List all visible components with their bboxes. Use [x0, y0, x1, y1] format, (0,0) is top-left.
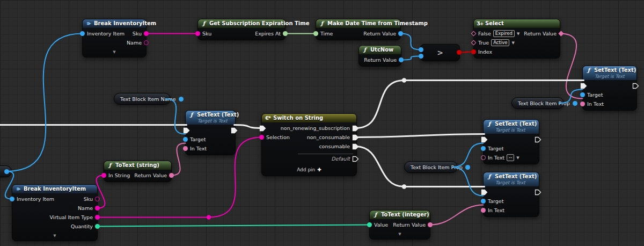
exec-pin[interactable] [580, 83, 587, 89]
node-row [583, 81, 636, 90]
sku-pin[interactable] [144, 31, 149, 36]
inventory-item-pin[interactable] [10, 197, 14, 201]
blueprint-graph-canvas[interactable]: ⋔Break InventoryItemInventory ItemSkuNam… [0, 0, 644, 246]
target-pin[interactable] [481, 199, 486, 204]
break_top[interactable]: ⋔Break InventoryItemInventory ItemSkuNam… [82, 19, 147, 57]
target-pin[interactable] [580, 92, 585, 97]
return-value-pin[interactable] [398, 31, 403, 36]
exec-pin[interactable] [352, 125, 359, 132]
exec-pin[interactable] [231, 127, 238, 134]
result-pin[interactable] [457, 50, 462, 55]
exec-pin[interactable] [352, 134, 359, 141]
exec-pin[interactable] [481, 189, 488, 196]
return-value-pin[interactable] [559, 31, 564, 37]
node-header[interactable]: ƒSetText (Text)Target is Text [186, 111, 235, 125]
virtual-item-type-pin[interactable] [95, 215, 100, 220]
node-header[interactable]: ƒMake Date Time from Timestamp [316, 19, 400, 28]
reroute-node[interactable] [207, 215, 211, 219]
wire-object [453, 167, 484, 196]
reroute-node[interactable] [402, 184, 406, 189]
exec-pin[interactable] [352, 156, 359, 162]
node-title: ToText (integer) [381, 212, 429, 218]
target-pin[interactable] [183, 137, 188, 142]
collapse-arrow-icon[interactable]: ▼ [12, 233, 97, 241]
switch[interactable]: Є*Switch on Stringnon_renewing_subscript… [261, 113, 357, 176]
operand-pin[interactable] [419, 54, 423, 59]
return-value-pin[interactable] [399, 57, 404, 62]
sku-pin[interactable] [195, 31, 200, 36]
break_bot[interactable]: ⋔Break InventoryItemInventory ItemSkuNam… [12, 184, 98, 241]
settext_br[interactable]: ƒSetText (Text)Target is TextTargetIn Te… [483, 172, 539, 217]
index-pin[interactable] [471, 49, 476, 54]
reroute-node[interactable] [402, 78, 406, 82]
node-header[interactable]: ƒSetText (Text)Target is Text [583, 66, 636, 80]
in-text-pin[interactable] [580, 102, 585, 106]
true-pin[interactable] [471, 40, 477, 46]
node-header[interactable]: ⋔Break InventoryItem [83, 19, 146, 28]
return-value-pin[interactable] [169, 173, 174, 178]
pill_prop2[interactable]: Text Block Item Prop [511, 97, 564, 109]
exec-pin[interactable] [535, 136, 541, 143]
time-pin[interactable] [313, 31, 318, 36]
makedt[interactable]: ƒMake Date Time from TimestampTimeReturn… [316, 19, 401, 40]
gt[interactable]: > [420, 44, 460, 61]
dropdown-arrow-icon[interactable]: ▼ [516, 156, 519, 160]
collapse-arrow-icon[interactable]: ▼ [370, 231, 430, 239]
value-widget[interactable]: -- [507, 154, 514, 161]
settext_mr[interactable]: ƒSetText (Text)Target is TextTargetIn Te… [483, 119, 539, 164]
node-header[interactable]: ƒSetText (Text)Target is Text [484, 120, 539, 134]
node-header[interactable]: Є*Switch on String [262, 114, 356, 122]
variable-output-pin[interactable] [465, 165, 470, 170]
variable-output-pin[interactable] [179, 97, 184, 102]
pill_edge[interactable] [0, 165, 12, 177]
add-pin-button[interactable]: Add pin✚ [262, 165, 356, 176]
sku-pin[interactable] [95, 197, 100, 201]
node-header[interactable]: ƒUtcNow [359, 46, 401, 54]
dropdown-arrow-icon[interactable]: ▼ [511, 41, 514, 45]
utcnow[interactable]: ƒUtcNowReturn Value [358, 45, 401, 67]
settext_r[interactable]: ƒSetText (Text)Target is TextTargetIn Te… [582, 66, 637, 111]
operand-pin[interactable] [419, 47, 423, 52]
quantity-pin[interactable] [95, 224, 100, 229]
totext_i[interactable]: ƒToText (integer)ValueReturn Value▼ [369, 210, 430, 240]
collapse-arrow-icon[interactable]: ▼ [83, 49, 146, 57]
name-pin[interactable] [144, 40, 149, 45]
exec-pin[interactable] [352, 143, 359, 150]
select[interactable]: Ʒ+SelectFalseExpired▼Return ValueTrueAct… [473, 19, 560, 59]
value-widget[interactable]: Active [491, 39, 509, 46]
in-text-pin[interactable] [183, 146, 188, 151]
node-title: ToText (string) [115, 162, 159, 169]
node-header[interactable]: ƒSetText (Text)Target is Text [484, 172, 539, 186]
node-header[interactable]: Ʒ+Select [474, 19, 560, 28]
in-text-pin[interactable] [481, 208, 486, 213]
exec-pin[interactable] [535, 189, 541, 196]
exec-pin[interactable] [632, 83, 639, 89]
inventory-item-pin[interactable] [80, 31, 85, 36]
totext_s[interactable]: ƒToText (string)In StringReturn Value [104, 161, 172, 182]
pill_name[interactable]: Text Block Item Name [114, 93, 171, 105]
in-string-pin[interactable] [101, 173, 106, 178]
dropdown-arrow-icon[interactable]: ▼ [517, 32, 519, 36]
settext_m[interactable]: ƒSetText (Text)Target is TextTargetIn Te… [185, 110, 236, 155]
node-header[interactable]: ⋔Break InventoryItem [12, 185, 97, 193]
target-pin[interactable] [481, 146, 486, 151]
node-header[interactable]: ƒToText (integer) [370, 211, 430, 219]
node-subtitle: Target is Text [486, 180, 536, 185]
selection-pin[interactable] [259, 135, 264, 140]
return-value-pin[interactable] [428, 222, 433, 227]
variable-output-pin[interactable] [573, 101, 577, 106]
variable-output-pin[interactable] [4, 169, 9, 174]
pill_prop1[interactable]: Text Block Item Prop [404, 161, 458, 173]
exec-pin[interactable] [183, 127, 190, 134]
node-header[interactable]: ƒToText (string) [104, 161, 171, 170]
false-pin[interactable] [471, 31, 477, 37]
expires-at-pin[interactable] [283, 31, 288, 36]
in-text-pin[interactable] [481, 155, 486, 160]
value-widget[interactable]: Expired [493, 30, 515, 37]
name-pin[interactable] [95, 206, 100, 211]
node-header[interactable]: ƒGet Subscription Expiration Time [198, 19, 285, 28]
exec-pin[interactable] [481, 136, 488, 143]
getsub[interactable]: ƒGet Subscription Expiration TimeSkuExpi… [197, 19, 286, 40]
value-pin[interactable] [367, 222, 372, 227]
exec-pin[interactable] [259, 125, 266, 132]
